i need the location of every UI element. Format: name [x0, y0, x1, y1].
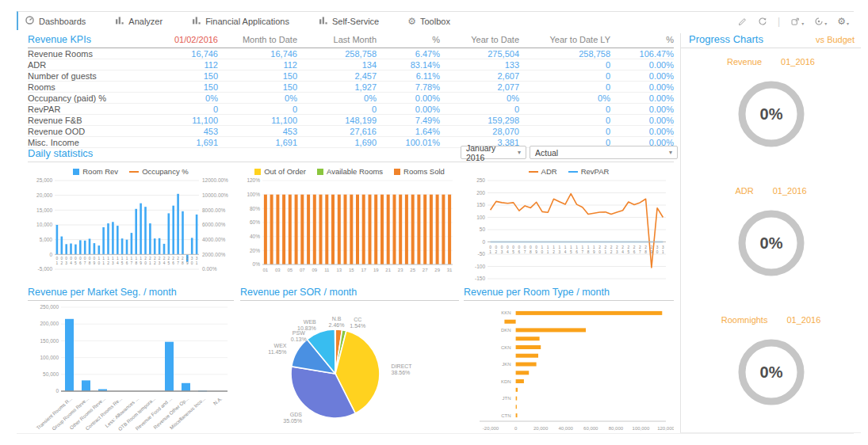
svg-text:1: 1	[547, 245, 549, 249]
monthly-charts-row: Revenue per Market Seg. / month 250,0002…	[28, 287, 674, 440]
svg-text:0: 0	[518, 245, 521, 249]
vs-budget-toggle[interactable]: vs Budget	[816, 35, 855, 44]
svg-text:0: 0	[512, 245, 514, 249]
svg-text:27: 27	[423, 268, 428, 272]
table-row[interactable]: RevPAR0000.00%000.00%	[28, 104, 674, 115]
svg-text:0: 0	[56, 257, 59, 261]
svg-text:09: 09	[312, 268, 317, 272]
svg-text:-5,000: -5,000	[38, 266, 53, 272]
svg-text:2000.00%: 2000.00%	[202, 252, 225, 257]
svg-text:DIRECT: DIRECT	[392, 363, 413, 369]
table-row[interactable]: Revenue F&B11,10011,100148,1997.49%159,2…	[28, 115, 674, 126]
legend-item: Occupancy %	[129, 167, 189, 176]
gauge-period: 01_2016	[781, 57, 815, 67]
svg-text:0: 0	[98, 261, 100, 265]
svg-text:0: 0	[507, 245, 509, 249]
edit-pencil-icon[interactable]	[738, 17, 748, 26]
svg-text:N.A.: N.A.	[212, 395, 224, 405]
svg-text:2: 2	[159, 257, 161, 261]
export-icon[interactable]: ▾	[790, 17, 804, 26]
table-row[interactable]: Revenue Rooms16,74616,746258,7586.47%275…	[28, 48, 674, 59]
svg-text:-20,000: -20,000	[483, 426, 499, 431]
svg-text:4: 4	[621, 250, 624, 254]
svg-text:4000.00%: 4000.00%	[202, 237, 225, 242]
svg-text:2: 2	[163, 257, 166, 261]
nav-item-analyzer[interactable]: Analyzer	[114, 15, 163, 27]
svg-text:40,000: 40,000	[559, 426, 574, 431]
legend-item: Available Rooms	[317, 167, 383, 176]
scenario-dropdown[interactable]: Actual ▾	[530, 146, 678, 159]
nav-item-dashboards[interactable]: Dashboards	[25, 15, 86, 27]
svg-text:2: 2	[553, 250, 555, 254]
svg-text:1: 1	[102, 257, 105, 261]
svg-text:1: 1	[107, 257, 109, 261]
svg-text:35.05%: 35.05%	[283, 418, 302, 424]
refresh-icon[interactable]	[758, 17, 767, 26]
svg-text:1: 1	[547, 250, 549, 254]
revenue-kpi-table: Revenue KPIs01/02/2016Month to DateLast …	[28, 33, 674, 148]
table-row[interactable]: ADR11211213483.14%13300.00%	[28, 59, 674, 70]
table-row[interactable]: Occupancy (paid) %0%0%0%0.00%0%0%0.00%	[28, 93, 674, 104]
gauge-period: 01_2016	[773, 186, 807, 196]
svg-text:0: 0	[598, 250, 601, 254]
sor-pie-title: Revenue per SOR / month	[240, 287, 459, 301]
market-seg-chart: Revenue per Market Seg. / month 250,0002…	[28, 287, 234, 440]
table-row[interactable]: Revenue OOD45345327,6161.64%28,07000.00%	[28, 126, 674, 137]
record-icon[interactable]: ▾	[814, 17, 827, 26]
svg-text:20%: 20%	[250, 248, 260, 253]
svg-text:7: 7	[177, 261, 179, 265]
month-dropdown[interactable]: January 2016 ▾	[461, 146, 526, 159]
svg-text:6: 6	[575, 250, 578, 254]
bar-chart-icon	[114, 15, 124, 27]
svg-text:11.45%: 11.45%	[268, 349, 286, 355]
svg-text:1: 1	[102, 261, 105, 265]
svg-text:1: 1	[593, 245, 595, 249]
svg-text:7: 7	[524, 250, 526, 254]
svg-text:2: 2	[182, 257, 184, 261]
svg-text:3: 3	[112, 261, 114, 265]
progress-gauge-revenue: Revenue01_20160%	[681, 48, 861, 177]
nav-item-financial-applications[interactable]: Financial Applications	[191, 15, 289, 27]
svg-text:250: 250	[476, 177, 485, 183]
svg-text:2: 2	[168, 257, 170, 261]
svg-text:3: 3	[501, 250, 503, 254]
table-row[interactable]: Number of guests1501502,4576.11%2,60700.…	[28, 70, 674, 82]
svg-text:3: 3	[65, 261, 67, 265]
svg-text:6000.00%: 6000.00%	[202, 222, 225, 227]
svg-text:9: 9	[186, 261, 189, 265]
svg-text:-150: -150	[475, 276, 485, 281]
svg-text:3: 3	[191, 257, 193, 261]
svg-text:80,000: 80,000	[609, 426, 624, 431]
svg-text:4: 4	[163, 261, 166, 265]
svg-text:4: 4	[507, 250, 509, 254]
svg-text:2: 2	[495, 250, 498, 254]
svg-text:17: 17	[361, 268, 366, 272]
svg-text:9: 9	[651, 250, 653, 254]
svg-text:2.46%: 2.46%	[329, 322, 345, 328]
svg-text:2: 2	[154, 261, 156, 265]
svg-text:2: 2	[633, 245, 636, 249]
svg-text:1.54%: 1.54%	[350, 323, 365, 329]
svg-text:1: 1	[489, 250, 491, 254]
svg-text:25: 25	[410, 268, 415, 272]
svg-text:9: 9	[593, 250, 595, 254]
svg-text:8: 8	[530, 250, 532, 254]
svg-text:1: 1	[196, 261, 198, 265]
settings-gear-icon[interactable]: ⚙▾	[837, 17, 849, 26]
table-row[interactable]: Rooms1501501,9277.78%2,07700.00%	[28, 82, 674, 93]
svg-text:CC: CC	[354, 317, 361, 322]
legend-item: Rooms Sold	[394, 167, 445, 176]
svg-text:2: 2	[604, 245, 606, 249]
nav-item-toolbox[interactable]: ⚙Toolbox	[407, 17, 450, 26]
svg-text:23: 23	[398, 268, 403, 272]
svg-text:10000.00%: 10000.00%	[202, 192, 228, 198]
svg-text:WEB: WEB	[304, 319, 316, 325]
svg-text:1: 1	[575, 245, 578, 249]
daily-statistics-title: Daily statistics	[28, 147, 93, 159]
nav-item-self-service[interactable]: Self-Service	[318, 15, 379, 27]
svg-text:5: 5	[168, 261, 170, 265]
svg-text:100,000: 100,000	[633, 426, 650, 431]
svg-text:21: 21	[385, 268, 391, 272]
svg-text:19: 19	[373, 268, 379, 272]
kpi-column-header: %	[610, 33, 674, 48]
